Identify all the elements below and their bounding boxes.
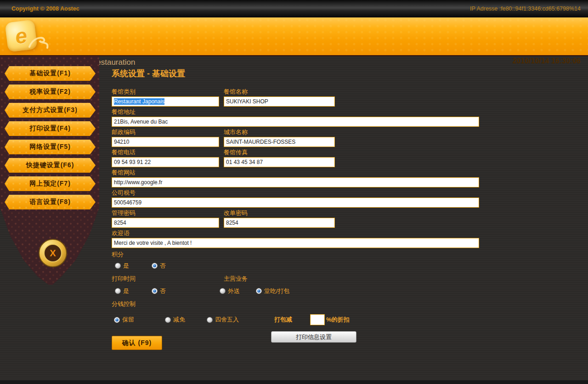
restaurant-fax-label: 餐馆传真 <box>224 149 335 156</box>
admin-password-label: 管理密码 <box>112 209 219 216</box>
radio-icon[interactable] <box>114 317 120 323</box>
app-background: Copyright © 2008 Aostec IP Adresse :fe80… <box>0 0 588 384</box>
points-no-radio[interactable]: 否 <box>152 262 166 270</box>
restaurant-category-input[interactable]: Restaurant Japonais <box>112 96 219 107</box>
x-icon: X <box>44 244 62 262</box>
admin-password-input[interactable] <box>112 218 219 228</box>
modify-password-label: 改单密码 <box>224 209 335 216</box>
page-title: 系统设置 - 基础设置 <box>112 69 479 78</box>
business-dinein-radio[interactable]: 堂吃/打包 <box>256 287 290 295</box>
confirm-button[interactable]: 确认 (F9) <box>112 336 162 350</box>
takeout-discount-suffix: %的折扣 <box>326 316 350 324</box>
restaurant-name-label: 餐馆名称 <box>224 88 335 95</box>
tax-id-label: 公司税号 <box>112 189 479 196</box>
bottom-border <box>0 380 588 384</box>
radio-icon[interactable] <box>207 317 213 323</box>
website-input[interactable] <box>112 177 479 187</box>
cents-waive-radio[interactable]: 减免 <box>165 316 185 324</box>
cents-group-label: 分钱控制 <box>112 300 479 307</box>
tax-id-input[interactable] <box>112 198 479 208</box>
datetime-display: 2010/10/14 16:30:06 <box>512 57 581 65</box>
print-info-settings-button[interactable]: 打印信息设置 <box>271 331 356 343</box>
city-name-label: 城市名称 <box>224 129 335 136</box>
radio-icon[interactable] <box>152 288 158 294</box>
app-header: e AOSTEC Restauration 2010/10/14 16:30:0… <box>0 17 588 56</box>
radio-icon[interactable] <box>115 263 121 269</box>
cents-round-radio[interactable]: 四舍五入 <box>207 316 239 324</box>
sidebar-item-print-settings[interactable]: 打印设置(F4) <box>5 121 96 136</box>
welcome-message-label: 欢迎语 <box>112 230 479 237</box>
exit-badge-button[interactable]: X <box>39 239 67 267</box>
print-time-yes-radio[interactable]: 是 <box>115 287 129 295</box>
postal-code-input[interactable] <box>112 137 219 147</box>
takeout-discount-input[interactable] <box>310 314 325 325</box>
sidebar: 基础设置(F1) 税率设置(F2) 支付方式设置(F3) 打印设置(F4) 网络… <box>0 56 99 286</box>
restaurant-address-input[interactable] <box>112 117 479 127</box>
restaurant-phone-label: 餐馆电话 <box>112 149 219 156</box>
print-time-no-radio[interactable]: 否 <box>152 287 166 295</box>
points-group-label: 积分 <box>112 251 479 258</box>
restaurant-address-label: 餐馆地址 <box>112 108 479 115</box>
radio-icon[interactable] <box>165 317 171 323</box>
postal-code-label: 邮政编码 <box>112 129 219 136</box>
selected-text: Restaurant Japonais <box>114 98 164 105</box>
ip-address-text: IP Adresse :fe80::94f1:3346:cd65:6798%14 <box>470 6 581 12</box>
sidebar-item-hotkey-settings[interactable]: 快捷键设置(F6) <box>5 158 96 173</box>
radio-icon[interactable] <box>220 288 226 294</box>
restaurant-phone-input[interactable] <box>112 157 219 167</box>
print-time-group-label: 打印时间 <box>112 275 224 281</box>
settings-form: 系统设置 - 基础设置 餐馆类别 Restaurant Japonais 餐馆名… <box>112 55 479 362</box>
logo-swoosh-icon <box>28 36 50 51</box>
copyright-text: Copyright © 2008 Aostec <box>11 6 79 12</box>
business-group-label: 主营业务 <box>224 275 248 281</box>
cents-keep-radio[interactable]: 保留 <box>114 316 134 324</box>
sidebar-item-online-booking[interactable]: 网上预定(F7) <box>5 176 96 191</box>
points-yes-radio[interactable]: 是 <box>115 262 129 270</box>
top-status-bar: Copyright © 2008 Aostec IP Adresse :fe80… <box>0 0 588 17</box>
website-label: 餐馆网站 <box>112 169 479 176</box>
sidebar-item-basic-settings[interactable]: 基础设置(F1) <box>5 66 96 81</box>
business-delivery-radio[interactable]: 外送 <box>220 287 240 295</box>
takeout-discount-label: 打包减 <box>274 316 292 324</box>
sidebar-item-network-settings[interactable]: 网络设置(F5) <box>5 140 96 154</box>
radio-icon[interactable] <box>115 288 121 294</box>
modify-password-input[interactable] <box>224 218 335 228</box>
radio-icon[interactable] <box>152 263 158 269</box>
welcome-message-input[interactable] <box>112 238 479 248</box>
radio-icon[interactable] <box>256 288 262 294</box>
restaurant-fax-input[interactable] <box>224 157 335 167</box>
restaurant-category-label: 餐馆类别 <box>112 88 219 95</box>
restaurant-name-input[interactable] <box>224 96 335 107</box>
sidebar-item-tax-settings[interactable]: 税率设置(F2) <box>5 85 96 99</box>
city-name-input[interactable] <box>224 137 335 147</box>
sidebar-item-payment-settings[interactable]: 支付方式设置(F3) <box>5 103 96 118</box>
sidebar-item-language-settings[interactable]: 语言设置(F8) <box>5 195 96 209</box>
